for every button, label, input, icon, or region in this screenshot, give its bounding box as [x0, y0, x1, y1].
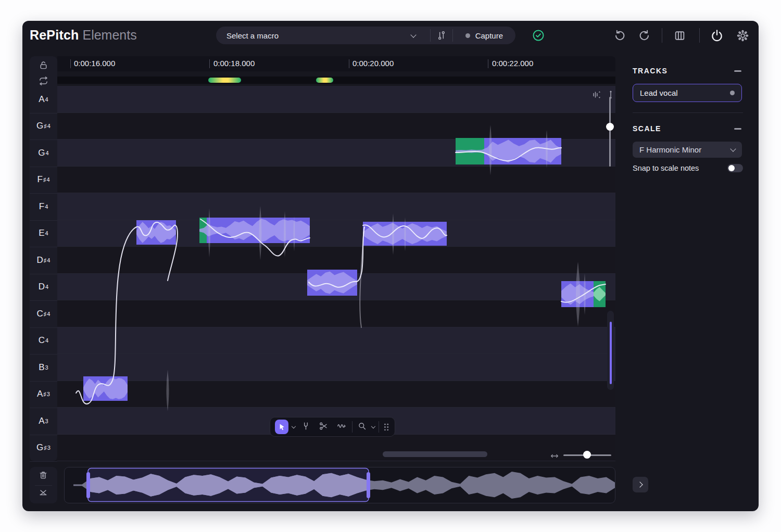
undo-button[interactable] — [613, 29, 626, 42]
vertical-zoom-knob[interactable] — [606, 123, 614, 131]
settings-gear-icon — [736, 29, 749, 42]
ruler-tick — [209, 59, 210, 68]
loop-icon — [38, 75, 49, 86]
horizontal-zoom-knob[interactable] — [583, 451, 591, 459]
trim-selection-button[interactable] — [38, 488, 48, 501]
divider — [352, 421, 352, 433]
piano-key-label[interactable]: B3 — [30, 354, 57, 382]
ruler-tick — [70, 59, 71, 68]
app-logo: RePitch Elements — [30, 28, 137, 43]
panels-button[interactable] — [673, 29, 686, 42]
waveform-vzoom-icon — [591, 90, 602, 100]
ruler-time-label: 0:00:18.000 — [213, 59, 255, 68]
panel-columns-icon — [673, 29, 686, 42]
horizontal-scrollbar[interactable] — [383, 451, 487, 457]
select-tool-button[interactable] — [275, 420, 288, 434]
activity-segment — [316, 78, 333, 83]
scale-select-value: F Harmonic Minor — [633, 145, 701, 154]
capture-status-dot — [465, 33, 470, 38]
split-collapse-icon — [38, 488, 48, 499]
tracks-collapse-button[interactable] — [734, 70, 741, 72]
toggle-knob — [728, 165, 735, 171]
captured-check-icon — [532, 29, 545, 42]
piano-key-column: A4G♯4G4F♯4F4E4D♯4D4C♯4C4B3A♯3A3G♯3 — [30, 56, 57, 461]
brand-name: RePitch — [30, 28, 79, 43]
redo-icon — [638, 29, 651, 42]
sidebar-expand-button[interactable] — [633, 477, 648, 492]
piano-key-label[interactable]: A3 — [30, 408, 57, 435]
drag-handle-icon[interactable] — [383, 422, 390, 432]
ruler-time-label: 0:00:20.000 — [352, 59, 394, 68]
power-icon — [710, 29, 724, 42]
macro-mapping-button[interactable] — [431, 30, 452, 41]
cursor-icon — [278, 423, 286, 432]
select-options-chevron-icon[interactable] — [292, 424, 296, 428]
zoom-options-chevron-icon[interactable] — [371, 424, 375, 428]
divider — [633, 112, 743, 113]
vibrato-tool-button[interactable] — [334, 420, 348, 434]
waveform-vzoom-button[interactable] — [591, 90, 602, 102]
snap-to-scale-toggle[interactable] — [727, 164, 743, 172]
track-status-dot — [730, 91, 735, 95]
capture-label: Capture — [475, 31, 503, 40]
piano-key-label[interactable]: A4 — [30, 86, 57, 113]
notes-layer[interactable] — [57, 86, 615, 461]
vertical-scrollbar-thumb[interactable] — [610, 322, 612, 384]
delete-button[interactable] — [38, 470, 48, 483]
tracks-section-title: TRACKS — [633, 67, 667, 75]
chevron-down-icon — [410, 32, 416, 37]
ruler-tick — [488, 59, 488, 68]
lock-open-icon — [38, 60, 49, 71]
mapping-sliders-icon — [436, 30, 447, 41]
redo-button[interactable] — [638, 29, 651, 42]
chevron-right-icon — [637, 482, 643, 487]
pitch-curve — [360, 227, 364, 327]
track-name: Lead vocal — [633, 88, 678, 97]
overview-strip[interactable] — [64, 467, 615, 503]
vertical-arrows-icon — [606, 90, 616, 100]
piano-key-label[interactable]: G♯3 — [30, 435, 57, 462]
piano-key-label[interactable]: D4 — [30, 274, 57, 301]
divider — [662, 28, 662, 43]
power-button[interactable] — [710, 29, 724, 42]
ruler-tick — [349, 59, 349, 68]
zoom-tool-button[interactable] — [356, 420, 368, 434]
overview-rail — [30, 467, 57, 503]
pitch-tool-button[interactable] — [299, 420, 313, 434]
piano-key-label[interactable]: E4 — [30, 220, 57, 248]
piano-key-label[interactable]: C4 — [30, 327, 57, 355]
time-ruler[interactable]: 0:00:16.0000:00:18.0000:00:20.0000:00:22… — [57, 56, 615, 71]
capture-button[interactable]: Capture — [453, 27, 515, 44]
overview-selection[interactable] — [88, 468, 369, 502]
macro-select[interactable]: Select a macro — [216, 27, 430, 44]
activity-strip — [57, 77, 615, 84]
snap-to-scale-label: Snap to scale notes — [633, 164, 699, 172]
piano-key-label[interactable]: G4 — [30, 140, 57, 167]
piano-key-label[interactable]: G♯4 — [30, 113, 57, 141]
chevron-down-icon — [730, 146, 736, 151]
vertical-scroll-zoom-button[interactable] — [606, 90, 616, 102]
scale-collapse-button[interactable] — [734, 128, 741, 130]
settings-button[interactable] — [736, 29, 749, 42]
piano-key-label[interactable]: F4 — [30, 193, 57, 221]
screen: RePitch Elements Select a macro Capture — [0, 0, 781, 532]
cut-tool-button[interactable] — [317, 420, 331, 434]
vertical-zoom-slider[interactable] — [609, 97, 611, 167]
selection-handle-left[interactable] — [86, 472, 90, 498]
waveform-overshoot — [392, 213, 394, 255]
waveform-overshoot — [259, 206, 262, 260]
selection-handle-right[interactable] — [367, 472, 370, 498]
piano-key-label[interactable]: D♯4 — [30, 247, 57, 274]
trash-icon — [38, 470, 48, 480]
waveform-overshoot — [489, 125, 492, 175]
pitch-grid[interactable] — [57, 86, 615, 461]
divider — [699, 28, 700, 43]
scale-select[interactable]: F Harmonic Minor — [633, 142, 742, 158]
piano-key-label[interactable]: C♯4 — [30, 300, 57, 328]
overview-waveform[interactable] — [65, 467, 615, 503]
magnifier-icon — [357, 421, 367, 431]
lock-button[interactable] — [38, 60, 49, 73]
track-item-lead-vocal[interactable]: Lead vocal — [633, 84, 742, 102]
piano-key-label[interactable]: F♯4 — [30, 167, 57, 194]
piano-key-label[interactable]: A♯3 — [30, 381, 57, 409]
